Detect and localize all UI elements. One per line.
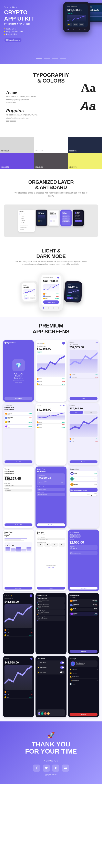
organized-section: ORGANIZED LAYER& ARTBOARD We organized l… xyxy=(0,169,102,242)
acme-font-info: Acme ABCDEFGHIJKLMNOPQRSTUVWXYZ abcdefgh… xyxy=(6,90,81,104)
screen-balance: Balance $37,345.36 Buy Sell BTC + xyxy=(68,403,99,465)
hero-features: Web3 UI KIT Fully Customizable Easy to E… xyxy=(4,28,56,36)
dark-phone-right: Balance $57,365.36 +3.5% 7d Buy Sell xyxy=(64,281,82,303)
thankyou-title: Thank YouFor your time xyxy=(4,741,98,755)
swatch-4: #6C4BE0 xyxy=(0,153,34,169)
screen-card-phone: Enter YourCard Phone Phone Number +1 (55… xyxy=(35,530,66,591)
hero-brand: Space Hub xyxy=(4,6,56,8)
twitter-icon[interactable] xyxy=(43,765,50,772)
center-light-phone: Total Balance $41,568.00 Bitcoin +2.3% xyxy=(40,273,63,311)
organized-header: ORGANIZED LAYER& ARTBOARD We organized l… xyxy=(4,174,98,202)
screen-market: Market See All $41,568.00 BTC +2.3% xyxy=(35,403,66,465)
hero-subtitle: PREMIUM APP UI KIT xyxy=(4,23,56,25)
screen-connections: Connections 💬 Chat Active 📹 Video Offlin… xyxy=(68,467,99,528)
hero-title: CRYPTOAPP UI KIT xyxy=(4,9,56,22)
poppins-alphabet-upper: ABCDEFGHIJKLMNOPQRSTUVWXYZ xyxy=(6,114,80,117)
acme-numbers: 1234567890 xyxy=(6,101,81,104)
screens-row-1: Space Hub 💎 Welcome ToThe NextGeneration… xyxy=(3,340,99,402)
screen-sell: You aregoing to sell0.56 bitcoins Amount… xyxy=(3,467,34,528)
hero-feature-3: Easy to Edit xyxy=(4,33,56,36)
screen-dark-notifications: Notifications BTC Price Alert Bitcoin re… xyxy=(35,593,66,654)
poppins-font-info: Poppins ABCDEFGHIJKLMNOPQRSTUVWXYZ abcde… xyxy=(6,108,80,122)
linkedin-icon[interactable] xyxy=(62,765,69,772)
light-dark-title: LIGHT &DARK MODE xyxy=(8,248,94,259)
organized-desc: We organized layers & artboards with mea… xyxy=(8,191,94,197)
thankyou-social xyxy=(4,765,98,772)
screen-dark-market: Crypto Market Top Assets BitcoinBTC $41,… xyxy=(68,593,99,654)
thankyou-icon: 🚀 xyxy=(4,732,98,739)
light-phone-left: Balance $68.00 +1.2% 7d Buy Sell xyxy=(20,281,38,303)
swatch-3: #222B45 xyxy=(68,137,102,153)
thankyou-handle: @spacehub xyxy=(4,773,98,776)
poppins-numbers: 1234567890 xyxy=(6,120,80,123)
color-swatches: #D8D8D8 #FFFFFF #222B45 #6C4BE0 #524D53 … xyxy=(0,137,102,169)
phones-preview: Balance $68.00 +1.2% 7d Buy Sell xyxy=(4,273,98,311)
light-dark-header: LIGHT &DARK MODE We also design dark mod… xyxy=(4,248,98,270)
poppins-aa: Aa xyxy=(80,100,96,112)
behance-icon[interactable] xyxy=(52,765,59,772)
swatch-6: #F1F170 xyxy=(68,153,102,169)
screen-export: Export YourEarningReport Monthly Report … xyxy=(3,530,34,591)
acme-aa: Aa xyxy=(81,82,96,94)
hero-change: +2.34% xyxy=(67,12,72,14)
hero-feature-2: Fully Customizable xyxy=(4,30,56,33)
swatch-5: #524D53 xyxy=(34,153,68,169)
light-dark-desc: We also design dark mode because it redu… xyxy=(8,260,94,266)
thankyou-section: 🚀 Thank YouFor your time Follow Us @spac… xyxy=(0,721,102,784)
typography-section: TYPOGRAPHY& COLORS Acme ABCDEFGHIJKLMNOP… xyxy=(0,64,102,169)
typography-content: Acme ABCDEFGHIJKLMNOPQRSTUVWXYZ abcdefgh… xyxy=(0,88,102,133)
poppins-font-row: Poppins ABCDEFGHIJKLMNOPQRSTUVWXYZ abcde… xyxy=(6,108,96,122)
screen-dark-balance: Portfolio $41,568.00 BTC +2.3% xyxy=(3,656,34,718)
screen-card-form: Enter YourCard Name Card Balance $36,327… xyxy=(35,467,66,528)
premium-title: PREMIUMAPP SCREENS xyxy=(7,323,95,334)
organized-title: ORGANIZED LAYER& ARTBOARD xyxy=(8,180,94,190)
screen-dark-mode: Dark Mode 🌙 Dark Mode 🔔 Notifications ☀️… xyxy=(35,656,66,718)
swatch-1: #D8D8D8 xyxy=(0,137,34,153)
hero-mockup: Portfolio $37,365.36 +2.34% 24h Total Ba… xyxy=(63,2,102,32)
premium-header: PREMIUMAPP SCREENS xyxy=(3,323,99,338)
hero-amount: $41,568.00 xyxy=(67,8,86,11)
screen-dark-home: Hello, Alex 👋 Total Balance $41,568.00 B… xyxy=(3,593,34,654)
light-dark-section: LIGHT &DARK MODE We also design dark mod… xyxy=(0,242,102,317)
artboard-preview: Layers Home Screen Header Chart Coin Lis… xyxy=(4,205,98,237)
screen-dark-settings: Settings 👤 Alex Johnson Premium Member 🔒… xyxy=(68,656,99,718)
screen-watchlist: AccessibleFor Your BestPrivacy Relax Bit… xyxy=(3,403,34,465)
hero-section: Space Hub CRYPTOAPP UI KIT PREMIUM APP U… xyxy=(0,0,102,64)
center-light-amount: $41,568.00 xyxy=(43,279,59,283)
thankyou-follow-label: Follow Us xyxy=(4,759,98,762)
poppins-alphabet-lower: abcdefghijklmnopqrstuvwxyz xyxy=(6,117,80,120)
facebook-icon[interactable] xyxy=(33,765,40,772)
screen-light-home: Hello, Alex 👋 Total Balance $41,568.00 +… xyxy=(35,340,66,402)
hero-feature-1: Web3 UI KIT xyxy=(4,28,56,30)
screens-row-2: AccessibleFor Your BestPrivacy Relax Bit… xyxy=(3,403,99,465)
swatch-2: #FFFFFF xyxy=(34,137,68,153)
screens-row-4: Export YourEarningReport Monthly Report … xyxy=(3,530,99,591)
poppins-name: Poppins xyxy=(6,108,80,114)
acme-alphabet-upper: ABCDEFGHIJKLMNOPQRSTUVWXYZ xyxy=(6,96,81,98)
screen-send-money: Send Money Amount $2,500.00 Recipient Al… xyxy=(68,530,99,591)
light-amount-left: $68.00 xyxy=(23,286,34,289)
screens-row-5: Hello, Alex 👋 Total Balance $41,568.00 B… xyxy=(3,593,99,654)
acme-name: Acme xyxy=(6,90,81,95)
acme-alphabet-lower: abcdefghijklmnopqrstuvwxyz xyxy=(6,99,81,101)
dark-amount-right: $57,365.36 xyxy=(68,286,79,289)
screen-light-portfolio: Portfolio Your Balance $37,365.36 xyxy=(68,340,99,402)
hero-badge: 50+ App Screens xyxy=(4,38,22,42)
premium-section: PREMIUMAPP SCREENS Space Hub 💎 Welcome T… xyxy=(0,317,102,721)
screens-row-3: You aregoing to sell0.56 bitcoins Amount… xyxy=(3,467,99,528)
screens-row-6: Portfolio $41,568.00 BTC +2.3% xyxy=(3,656,99,718)
screen-splash: Space Hub 💎 Welcome ToThe NextGeneration… xyxy=(3,340,34,402)
